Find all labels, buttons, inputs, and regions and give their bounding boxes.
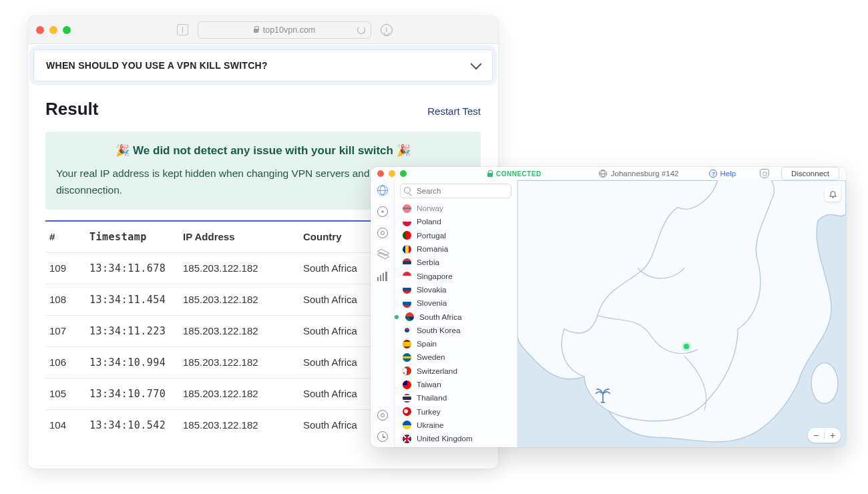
url-field[interactable]: top10vpn.com [198,21,371,39]
col-header-timestamp: Timestamp [85,221,179,253]
settings-icon[interactable] [377,409,389,421]
country-name: United Kingdom [417,434,473,443]
lock-icon [487,170,493,177]
cell-timestamp: 13:34:10.542 [85,409,179,441]
help-icon: ? [709,170,717,178]
country-item[interactable]: Poland [396,215,515,228]
flag-icon [403,421,411,429]
country-item[interactable]: United Kingdom [396,432,515,445]
search-input[interactable] [400,184,511,198]
maximize-window-icon[interactable] [63,26,71,34]
country-item[interactable]: Singapore [396,269,515,282]
help-link[interactable]: ? Help [709,170,736,178]
country-item[interactable]: Romania [396,242,515,256]
refresh-icon[interactable] [357,26,365,34]
country-name: Poland [417,217,441,226]
cell-num: 109 [45,252,85,284]
minimize-window-icon[interactable] [49,26,57,34]
nav-stats-icon[interactable] [377,270,389,282]
map-zoom-control[interactable]: − + [808,428,841,443]
country-item[interactable]: Spain [396,337,515,350]
faq-question-text: WHEN SHOULD YOU USE A VPN KILL SWITCH? [46,60,268,71]
country-name: Spain [417,339,437,348]
shield-icon[interactable] [760,169,769,178]
cell-timestamp: 13:34:11.223 [85,315,179,346]
nav-target-icon[interactable] [377,227,389,239]
cell-ip: 185.203.122.182 [179,252,299,284]
vpn-map[interactable]: − + [517,180,846,447]
country-name: Slovenia [417,298,447,308]
help-label: Help [720,170,736,178]
country-name: Sweden [417,352,445,362]
restart-test-link[interactable]: Restart Test [427,105,481,117]
downloads-icon[interactable] [381,24,393,36]
window-traffic-lights[interactable] [36,26,71,34]
zoom-out-button[interactable]: − [808,430,824,441]
flag-icon [403,258,411,267]
flag-icon [403,326,411,334]
zoom-in-button[interactable]: + [825,430,841,441]
nav-countries-icon[interactable] [377,184,389,196]
flag-icon [403,231,411,240]
nav-specialty-icon[interactable] [377,206,389,218]
flag-icon [403,272,411,280]
banner-headline: 🎉 We did not detect any issue with your … [56,144,470,158]
country-name: Norway [417,204,443,213]
country-name: Serbia [417,258,439,267]
activity-log-icon[interactable] [377,431,389,443]
nav-layers-icon[interactable] [377,248,389,260]
sidebar-toggle-icon[interactable] [177,24,188,35]
cell-num: 104 [45,409,85,441]
country-item[interactable]: Taiwan [396,378,515,391]
close-window-icon[interactable] [377,170,384,177]
country-name: Taiwan [417,380,441,389]
country-item[interactable]: Portugal [396,229,515,242]
country-name: Romania [417,244,448,254]
country-item[interactable]: Turkey [396,405,515,418]
flag-icon [403,285,411,294]
cell-num: 107 [45,315,85,346]
disconnect-button[interactable]: Disconnect [781,167,839,180]
col-header-ip: IP Address [179,221,299,253]
maximize-window-icon[interactable] [400,170,407,177]
country-item[interactable]: Ukraine [396,419,515,432]
country-item[interactable]: Slovakia [396,283,515,296]
current-location-text: Johannesburg #142 [611,170,679,178]
faq-accordion-header[interactable]: WHEN SHOULD YOU USE A VPN KILL SWITCH? [33,49,493,81]
notifications-icon[interactable] [825,186,841,202]
country-item[interactable]: Slovenia [396,296,515,310]
cell-num: 105 [45,378,85,409]
cell-timestamp: 13:34:11.454 [85,284,179,315]
safari-titlebar: top10vpn.com [28,16,498,44]
connected-dot-icon [395,315,399,319]
country-name: Switzerland [417,366,457,376]
close-window-icon[interactable] [36,26,44,34]
country-name: Portugal [417,231,446,240]
country-item[interactable]: South Korea [396,324,515,337]
flag-icon [403,353,411,362]
current-location[interactable]: Johannesburg #142 [574,170,704,178]
country-item[interactable]: Thailand [396,391,515,405]
country-item[interactable]: South Africa [396,310,515,323]
cell-num: 106 [45,346,85,378]
search-icon [404,187,411,194]
country-name: South Africa [419,312,462,322]
cell-ip: 185.203.122.182 [179,346,299,378]
col-header-num: # [45,221,85,253]
palm-tree-icon [594,387,612,408]
flag-icon [403,394,411,403]
minimize-window-icon[interactable] [389,170,395,177]
vpn-nav-rail [371,180,395,447]
cell-ip: 185.203.122.182 [179,378,299,409]
country-item-cut[interactable]: Norway [396,202,515,215]
svg-point-0 [811,363,838,404]
country-name: Slovakia [417,285,447,294]
country-item[interactable]: Sweden [396,350,515,364]
country-item[interactable]: Switzerland [396,364,515,378]
map-landmass [517,180,846,447]
vpn-traffic-lights[interactable] [377,170,407,177]
cell-num: 108 [45,284,85,315]
cell-timestamp: 13:34:11.678 [85,252,179,284]
country-item[interactable]: Serbia [396,256,515,269]
country-name: Singapore [417,272,453,281]
